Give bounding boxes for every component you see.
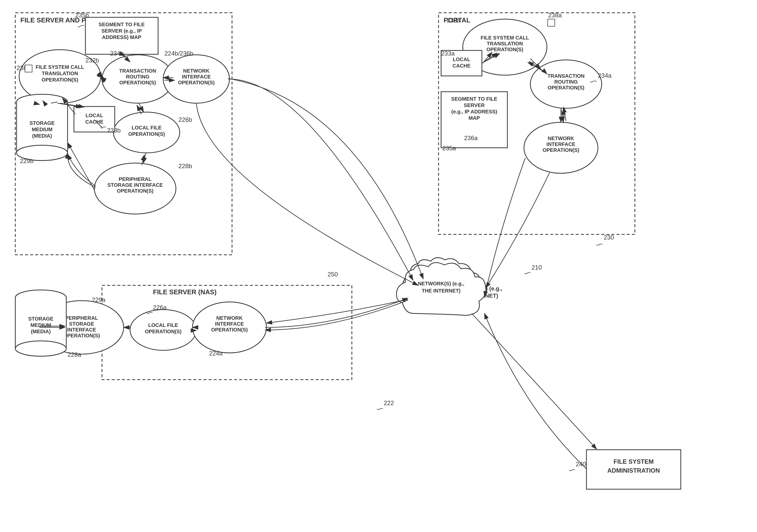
svg-line-89: [101, 76, 102, 78]
svg-text:NETWORK(S) (e.g.,: NETWORK(S) (e.g.,: [418, 281, 464, 286]
svg-text:NETWORK: NETWORK: [548, 135, 574, 141]
svg-text:PORTAL: PORTAL: [444, 16, 470, 24]
svg-text:FILE SYSTEM: FILE SYSTEM: [614, 458, 653, 465]
svg-line-94: [139, 103, 143, 112]
svg-point-35: [524, 122, 598, 173]
svg-line-98: [561, 108, 563, 122]
svg-rect-6: [102, 285, 352, 379]
svg-text:240: 240: [576, 461, 586, 467]
svg-text:228a: 228a: [68, 351, 81, 358]
svg-text:FILE SYSTEM CALL: FILE SYSTEM CALL: [481, 35, 529, 41]
svg-text:OPERATION(S): OPERATION(S): [211, 327, 248, 332]
svg-text:SERVER: SERVER: [464, 102, 485, 108]
svg-rect-51: [85, 17, 158, 54]
svg-text:LOCAL: LOCAL: [453, 57, 470, 62]
svg-point-20: [113, 112, 180, 153]
svg-text:229a: 229a: [92, 296, 106, 303]
svg-text:FILE SYSTEM CALL: FILE SYSTEM CALL: [36, 64, 84, 70]
arrows-svg: FILE SERVER AND PORTAL PORTAL FILE SERVE…: [0, 0, 757, 532]
svg-text:TRANSACTION: TRANSACTION: [119, 68, 156, 74]
svg-point-23: [94, 163, 176, 214]
svg-text:NETWORK(S) (e.g.,: NETWORK(S) (e.g.,: [451, 285, 502, 292]
svg-text:FILE SERVER AND PORTAL: FILE SERVER AND PORTAL: [20, 16, 108, 24]
svg-line-96: [143, 153, 146, 163]
svg-rect-70: [16, 102, 68, 153]
svg-rect-4: [439, 13, 635, 235]
svg-text:230: 230: [604, 234, 614, 241]
svg-point-44: [130, 310, 196, 350]
svg-point-31: [530, 60, 602, 108]
svg-text:233b: 233b: [107, 127, 121, 134]
svg-point-27: [463, 19, 547, 75]
svg-text:INTERFACE: INTERFACE: [215, 321, 244, 327]
svg-point-77: [15, 290, 66, 305]
svg-point-16: [163, 55, 229, 103]
svg-point-8: [19, 50, 101, 103]
svg-text:LOCAL FILE: LOCAL FILE: [132, 125, 162, 130]
svg-text:INTERFACE: INTERFACE: [182, 74, 211, 79]
diagram-container: FILE SERVER AND PORTAL PORTAL FILE SERVE…: [0, 0, 757, 532]
svg-point-81: [15, 341, 66, 356]
svg-rect-58: [441, 50, 482, 76]
svg-rect-61: [441, 92, 507, 148]
svg-text:226a: 226a: [153, 304, 167, 311]
svg-text:OPERATION(S): OPERATION(S): [42, 77, 78, 83]
svg-line-99: [563, 107, 566, 121]
svg-text:226b: 226b: [178, 116, 192, 123]
svg-text:MEDIUM: MEDIUM: [30, 322, 51, 328]
svg-text:224a: 224a: [209, 350, 223, 357]
svg-rect-78: [15, 297, 66, 349]
svg-line-91: [122, 54, 125, 56]
svg-text:ADMINISTRATION: ADMINISTRATION: [607, 467, 660, 474]
svg-text:234a: 234a: [598, 72, 612, 79]
svg-text:236a: 236a: [464, 134, 478, 141]
svg-text:THE INTERNET): THE INTERNET): [455, 293, 498, 299]
svg-text:OPERATION(S): OPERATION(S): [117, 188, 154, 194]
svg-text:PERIPHERAL: PERIPHERAL: [119, 176, 152, 182]
svg-rect-2: [15, 13, 232, 255]
svg-text:238B: 238B: [16, 65, 31, 71]
svg-rect-113: [25, 65, 32, 72]
svg-rect-120: [548, 19, 555, 26]
svg-text:OPERATION(S): OPERATION(S): [145, 329, 182, 334]
svg-text:TRANSLATION: TRANSLATION: [487, 41, 523, 46]
svg-text:STORAGE: STORAGE: [28, 316, 53, 322]
svg-text:234b: 234b: [110, 50, 124, 57]
svg-text:(MEDIA): (MEDIA): [31, 329, 51, 334]
svg-point-73: [16, 145, 68, 160]
svg-point-47: [193, 302, 266, 353]
svg-line-95: [137, 105, 141, 114]
svg-text:PERIPHERAL: PERIPHERAL: [65, 315, 98, 321]
svg-text:NETWORK: NETWORK: [216, 315, 243, 321]
svg-text:FILE SERVER (NAS): FILE SERVER (NAS): [153, 288, 217, 296]
svg-text:222: 222: [384, 400, 394, 406]
svg-text:228b: 228b: [178, 162, 192, 169]
svg-text:THE INTERNET): THE INTERNET): [422, 288, 461, 294]
svg-text:OPERATION(S): OPERATION(S): [128, 131, 165, 137]
svg-rect-66: [587, 450, 681, 489]
svg-text:LOCAL FILE: LOCAL FILE: [148, 322, 178, 328]
svg-line-97: [142, 155, 144, 165]
svg-text:STORAGE: STORAGE: [30, 120, 55, 126]
svg-text:OPERATION(S): OPERATION(S): [548, 85, 584, 91]
svg-text:(MEDIA): (MEDIA): [32, 133, 52, 139]
svg-text:INTERFACE: INTERFACE: [67, 327, 96, 332]
svg-text:TRANSLATION: TRANSLATION: [42, 70, 78, 76]
svg-text:NETWORK: NETWORK: [183, 68, 210, 74]
svg-line-90: [101, 76, 102, 78]
svg-text:OPERATION(S): OPERATION(S): [119, 80, 156, 85]
svg-text:233a: 233a: [441, 50, 455, 57]
svg-text:250: 250: [328, 271, 338, 278]
svg-text:OPERATION(S): OPERATION(S): [543, 147, 579, 153]
svg-text:(e.g., IP ADDRESS): (e.g., IP ADDRESS): [451, 109, 497, 114]
svg-text:235a: 235a: [442, 145, 456, 152]
svg-text:229b: 229b: [20, 157, 33, 164]
svg-text:OPERATION(S): OPERATION(S): [63, 333, 100, 338]
svg-text:232a: 232a: [447, 17, 461, 24]
svg-line-131: [101, 78, 103, 79]
svg-point-39: [40, 301, 124, 354]
svg-text:CACHE: CACHE: [452, 63, 470, 69]
svg-text:224b/236b: 224b/236b: [165, 50, 193, 57]
svg-text:ADDRESS) MAP: ADDRESS) MAP: [102, 34, 141, 40]
svg-point-69: [16, 94, 68, 110]
